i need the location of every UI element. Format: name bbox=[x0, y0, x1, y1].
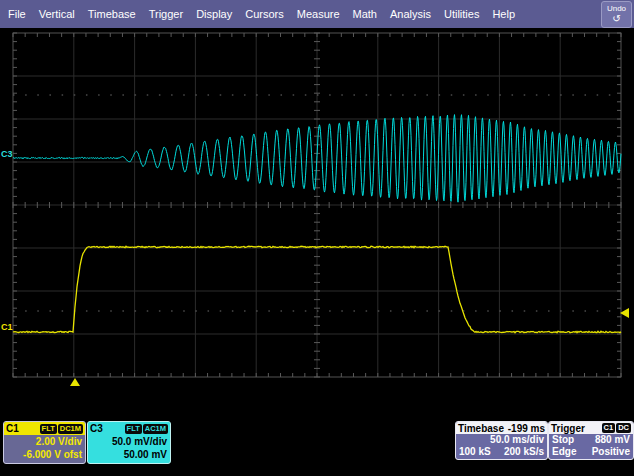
oscilloscope-window: FileVerticalTimebaseTriggerDisplayCursor… bbox=[0, 0, 634, 476]
menu-item-help[interactable]: Help bbox=[492, 0, 515, 28]
trigger-mode-level: Stop 880 mV bbox=[549, 434, 633, 446]
timebase-samples: 100 kS bbox=[459, 446, 491, 458]
graticule: C3C1 bbox=[0, 28, 634, 415]
timebase-sampling: 100 kS 200 kS/s bbox=[456, 446, 547, 458]
trigger-slope: Positive bbox=[592, 446, 630, 458]
c1-name: C1 bbox=[6, 423, 19, 434]
badge-dc[interactable]: DC bbox=[616, 423, 631, 433]
timebase-delay: -199 ms bbox=[508, 423, 545, 434]
undo-icon: ↺ bbox=[602, 14, 631, 24]
c1-offset: -6.000 V ofst bbox=[4, 448, 85, 461]
trigger-type-slope: Edge Positive bbox=[549, 446, 633, 458]
trigger-descriptor[interactable]: Trigger C1DC Stop 880 mV Edge Positive bbox=[548, 421, 634, 460]
menu-item-math[interactable]: Math bbox=[353, 0, 377, 28]
c1-badges: FLTDC1M bbox=[40, 424, 83, 434]
menu-item-utilities[interactable]: Utilities bbox=[444, 0, 479, 28]
menu-item-vertical[interactable]: Vertical bbox=[39, 0, 75, 28]
trigger-type: Edge bbox=[552, 446, 576, 458]
c3-position-label[interactable]: C3 bbox=[1, 149, 13, 159]
trigger-badges: C1DC bbox=[602, 423, 631, 433]
trigger-header: Trigger C1DC bbox=[549, 422, 633, 434]
c1-scale: 2.00 V/div bbox=[4, 435, 85, 448]
c1-position-label[interactable]: C1 bbox=[1, 322, 13, 332]
trigger-mode: Stop bbox=[552, 434, 574, 446]
menu-item-display[interactable]: Display bbox=[196, 0, 232, 28]
timebase-descriptor[interactable]: Timebase -199 ms 50.0 ms/div 100 kS 200 … bbox=[455, 421, 548, 460]
c3-scale: 50.0 mV/div bbox=[88, 435, 170, 448]
badge-c1[interactable]: C1 bbox=[602, 423, 616, 433]
menu-item-analysis[interactable]: Analysis bbox=[390, 0, 431, 28]
badge-flt[interactable]: FLT bbox=[40, 424, 57, 434]
c3-name: C3 bbox=[90, 423, 103, 434]
badge-flt[interactable]: FLT bbox=[125, 424, 142, 434]
menu-bar: FileVerticalTimebaseTriggerDisplayCursor… bbox=[0, 0, 634, 29]
status-bar: C1 FLTDC1M 2.00 V/div -6.000 V ofst C3 F… bbox=[0, 415, 634, 476]
timebase-title: Timebase bbox=[458, 423, 504, 434]
channel-c3-descriptor[interactable]: C3 FLTAC1M 50.0 mV/div 50.00 mV bbox=[87, 421, 171, 464]
trigger-level: 880 mV bbox=[595, 434, 630, 446]
channel-c1-descriptor[interactable]: C1 FLTDC1M 2.00 V/div -6.000 V ofst bbox=[3, 421, 86, 464]
trigger-title: Trigger bbox=[551, 423, 585, 434]
trigger-time-marker[interactable] bbox=[70, 378, 80, 386]
menu-item-timebase[interactable]: Timebase bbox=[88, 0, 136, 28]
badge-dc1m[interactable]: DC1M bbox=[58, 424, 83, 434]
badge-ac1m[interactable]: AC1M bbox=[143, 424, 168, 434]
menu-item-trigger[interactable]: Trigger bbox=[149, 0, 183, 28]
c3-header: C3 FLTAC1M bbox=[88, 422, 170, 435]
menu-item-measure[interactable]: Measure bbox=[297, 0, 340, 28]
waveform-display[interactable]: C3C1 bbox=[0, 28, 634, 415]
undo-button[interactable]: Undo ↺ bbox=[601, 1, 632, 28]
c3-offset: 50.00 mV bbox=[88, 448, 170, 461]
timebase-scale: 50.0 ms/div bbox=[456, 434, 547, 446]
menu-item-file[interactable]: File bbox=[8, 0, 26, 28]
timebase-rate: 200 kS/s bbox=[504, 446, 544, 458]
menu-items: FileVerticalTimebaseTriggerDisplayCursor… bbox=[0, 0, 515, 28]
menu-item-cursors[interactable]: Cursors bbox=[245, 0, 284, 28]
timebase-header: Timebase -199 ms bbox=[456, 422, 547, 434]
c1-header: C1 FLTDC1M bbox=[4, 422, 85, 435]
c3-badges: FLTAC1M bbox=[125, 424, 168, 434]
